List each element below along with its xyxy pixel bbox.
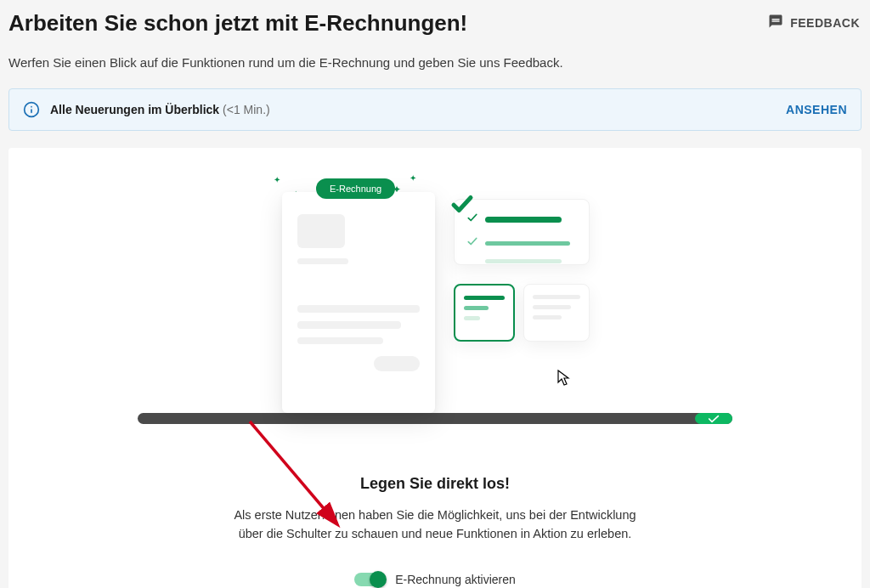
- check-icon: [449, 191, 475, 220]
- cta-line1: Als erste Nutzer:innen haben Sie die Mög…: [234, 508, 636, 522]
- info-icon: [23, 101, 40, 118]
- info-banner-suffix: (<1 Min.): [219, 103, 270, 116]
- info-banner: Alle Neuerungen im Überblick (<1 Min.) A…: [8, 88, 862, 131]
- sparkle-icon: ✦: [410, 173, 416, 183]
- page-subtitle: Werfen Sie einen Blick auf die Funktione…: [8, 55, 862, 70]
- sparkle-icon: ✦: [274, 175, 280, 184]
- card-panel-selected: [454, 284, 515, 342]
- chat-icon: [768, 14, 783, 31]
- info-banner-bold: Alle Neuerungen im Überblick: [50, 103, 219, 116]
- mouse-cursor-icon: [557, 370, 571, 390]
- page-title: Arbeiten Sie schon jetzt mit E-Rechnunge…: [8, 10, 467, 37]
- check-icon: [466, 235, 478, 251]
- feedback-label: FEEDBACK: [790, 16, 860, 30]
- card-panel: [523, 284, 590, 342]
- cta-body: Als erste Nutzer:innen haben Sie die Mög…: [214, 506, 656, 544]
- toggle-label: E-Rechnung aktivieren: [395, 573, 516, 586]
- document-graphic: [282, 192, 435, 413]
- activate-toggle[interactable]: [354, 573, 385, 586]
- view-button[interactable]: ANSEHEN: [786, 103, 847, 116]
- progress-track: [138, 413, 732, 424]
- info-banner-text: Alle Neuerungen im Überblick (<1 Min.): [50, 103, 786, 116]
- progress-handle[interactable]: [695, 413, 732, 424]
- cta-line2: über die Schulter zu schauen und neue Fu…: [239, 527, 632, 540]
- e-rechnung-pill: E-Rechnung: [316, 178, 395, 199]
- main-card: ✦ ✦ ✦ ✦ ✦ E-Rechnung: [8, 148, 862, 588]
- illustration: ✦ ✦ ✦ ✦ ✦ E-Rechnung: [138, 173, 732, 424]
- cta-title: Legen Sie direkt los!: [25, 475, 845, 493]
- feedback-button[interactable]: FEEDBACK: [766, 10, 862, 35]
- checklist-panel: [454, 199, 590, 265]
